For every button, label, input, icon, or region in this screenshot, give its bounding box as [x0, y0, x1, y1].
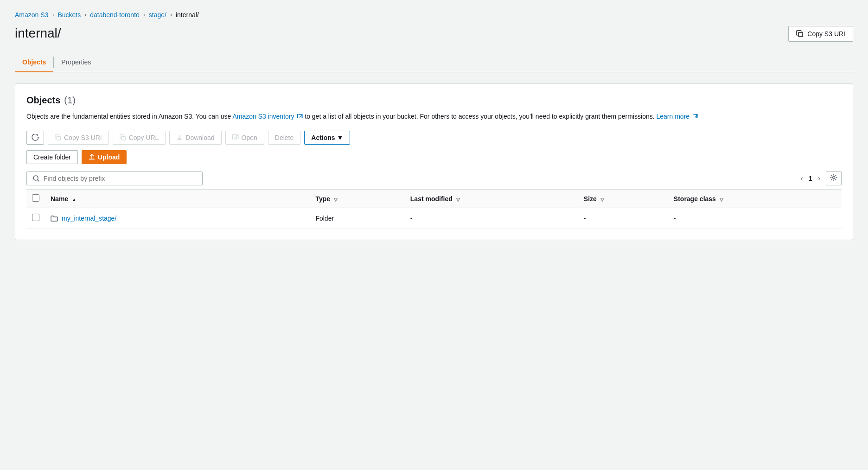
learn-more-link[interactable]: Learn more: [657, 113, 690, 120]
search-box[interactable]: [26, 171, 203, 185]
size-sort-icon: ▽: [600, 197, 604, 202]
table-header-last-modified[interactable]: Last modified ▽: [405, 190, 578, 208]
row-checkbox-cell: [26, 208, 45, 229]
upload-label: Upload: [98, 153, 120, 161]
objects-table: Name ▲ Type ▽ Last modified ▽ Size ▽: [26, 189, 842, 229]
objects-card: Objects (1) Objects are the fundamental …: [15, 83, 853, 240]
tab-properties[interactable]: Properties: [54, 53, 98, 72]
breadcrumb-current: internal/: [176, 11, 199, 19]
page-header: internal/ Copy S3 URI: [15, 26, 853, 42]
page-title: internal/: [15, 26, 61, 41]
pagination-controls: ‹ 1 ›: [799, 171, 842, 185]
svg-rect-4: [121, 137, 125, 140]
prev-page-button[interactable]: ‹: [799, 172, 805, 184]
copy-s3-uri-toolbar-button[interactable]: Copy S3 URI: [48, 131, 109, 145]
open-label: Open: [242, 134, 257, 141]
row-size-cell: -: [578, 208, 668, 229]
download-label: Download: [185, 134, 214, 141]
actions-button[interactable]: Actions ▼: [304, 131, 350, 145]
row-name-text: my_internal_stage/: [62, 215, 116, 222]
breadcrumb: Amazon S3 › Buckets › databend-toronto ›…: [15, 11, 853, 19]
s3-inventory-link[interactable]: Amazon S3 inventory: [232, 113, 294, 120]
row-last-modified-cell: -: [405, 208, 578, 229]
breadcrumb-stage-link[interactable]: stage/: [149, 11, 166, 19]
objects-description: Objects are the fundamental entities sto…: [26, 111, 842, 121]
row-checkbox[interactable]: [32, 214, 39, 221]
delete-button[interactable]: Delete: [268, 131, 300, 145]
create-folder-button[interactable]: Create folder: [26, 150, 78, 164]
toolbar-row-1: Copy S3 URI Copy URL Download: [26, 131, 842, 145]
open-button[interactable]: Open: [225, 131, 264, 145]
row-last-modified-text: -: [410, 215, 413, 222]
breadcrumb-s3-link[interactable]: Amazon S3: [15, 11, 48, 19]
download-icon: [176, 134, 183, 141]
copy-s3-uri-button[interactable]: Copy S3 URI: [788, 26, 853, 42]
refresh-icon: [32, 134, 39, 141]
table-header-type[interactable]: Type ▽: [310, 190, 404, 208]
copy-s3-uri-toolbar-label: Copy S3 URI: [64, 134, 102, 141]
row-storage-class-cell: -: [668, 208, 842, 229]
row-storage-class-text: -: [674, 215, 676, 222]
toolbar-row-2: Create folder Upload: [26, 150, 842, 164]
tabs: Objects Properties: [15, 53, 853, 72]
create-folder-label: Create folder: [33, 153, 71, 161]
search-pagination-row: ‹ 1 ›: [26, 171, 842, 185]
copy-url-label: Copy URL: [129, 134, 159, 141]
delete-label: Delete: [275, 134, 294, 141]
copy-icon: [796, 30, 804, 38]
upload-button[interactable]: Upload: [82, 150, 127, 164]
svg-rect-3: [57, 137, 60, 140]
copy-url-button[interactable]: Copy URL: [113, 131, 166, 145]
objects-title: Objects: [26, 95, 60, 106]
breadcrumb-sep-3: ›: [143, 12, 145, 18]
next-page-button[interactable]: ›: [816, 172, 822, 184]
name-sort-icon: ▲: [72, 197, 77, 202]
external-link-icon-2: [693, 114, 698, 120]
download-button[interactable]: Download: [169, 131, 221, 145]
last-modified-sort-icon: ▽: [456, 197, 460, 202]
row-name-link[interactable]: my_internal_stage/: [51, 215, 304, 222]
tab-objects[interactable]: Objects: [15, 53, 53, 72]
objects-count: (1): [64, 95, 75, 106]
breadcrumb-bucket-link[interactable]: databend-toronto: [90, 11, 140, 19]
copy-url-icon: [120, 134, 126, 141]
search-input[interactable]: [44, 175, 197, 182]
copy-s3-uri-icon: [55, 134, 61, 141]
open-icon: [232, 134, 239, 141]
gear-icon: [830, 174, 837, 181]
copy-s3-uri-label: Copy S3 URI: [807, 30, 845, 38]
table-row: my_internal_stage/ Folder - - -: [26, 208, 842, 229]
table-header-size[interactable]: Size ▽: [578, 190, 668, 208]
select-all-checkbox[interactable]: [32, 194, 39, 202]
folder-icon: [51, 215, 58, 222]
external-link-icon-1: [297, 114, 303, 120]
table-header-name[interactable]: Name ▲: [45, 190, 310, 208]
svg-rect-0: [798, 32, 803, 37]
breadcrumb-sep-1: ›: [52, 12, 54, 18]
table-header-checkbox: [26, 190, 45, 208]
objects-header: Objects (1): [26, 95, 842, 106]
refresh-button[interactable]: [26, 131, 44, 145]
table-header-storage-class[interactable]: Storage class ▽: [668, 190, 842, 208]
svg-point-7: [833, 177, 835, 179]
breadcrumb-buckets-link[interactable]: Buckets: [57, 11, 81, 19]
page-number: 1: [809, 175, 812, 182]
storage-class-sort-icon: ▽: [720, 197, 723, 202]
upload-icon: [89, 154, 95, 160]
breadcrumb-sep-2: ›: [84, 12, 86, 18]
row-name-cell: my_internal_stage/: [45, 208, 310, 229]
row-type-text: Folder: [315, 215, 334, 222]
row-type-cell: Folder: [310, 208, 404, 229]
row-size-text: -: [584, 215, 586, 222]
search-icon: [32, 175, 40, 182]
actions-label: Actions ▼: [311, 134, 343, 141]
type-sort-icon: ▽: [334, 197, 338, 202]
settings-button[interactable]: [826, 171, 842, 185]
breadcrumb-sep-4: ›: [170, 12, 172, 18]
